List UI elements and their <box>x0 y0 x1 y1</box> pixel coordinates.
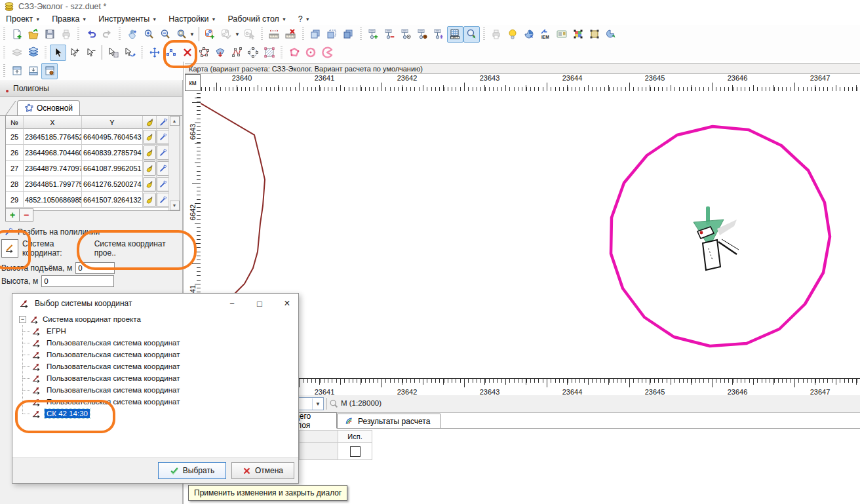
tree-item[interactable]: Пользовательская система координат <box>22 337 298 349</box>
cell-x-value[interactable]: 4852.1050686985 <box>24 192 82 208</box>
maximize-button[interactable]: □ <box>248 295 271 312</box>
export-results-button[interactable] <box>603 26 619 43</box>
toolbar-grip[interactable] <box>3 46 5 59</box>
tab-osnovnoy[interactable]: Основной <box>17 100 80 115</box>
chevron-down-icon[interactable]: ▼ <box>189 31 195 37</box>
tree-item-project-cs[interactable]: Система координат проекта <box>12 313 298 325</box>
panel-settings-button[interactable] <box>41 63 58 79</box>
toolbar-grip[interactable] <box>45 46 47 59</box>
col-header-x[interactable]: X <box>24 116 82 129</box>
paste-object-button[interactable] <box>324 26 340 43</box>
toolbar-grip[interactable] <box>3 28 5 41</box>
cell-y-value[interactable]: 6641276.5200274 <box>82 176 143 192</box>
cell-x-value[interactable]: 23644879.747097 <box>24 161 82 176</box>
coordinate-system-value[interactable]: Система координат прое.. <box>94 239 182 258</box>
pan-tool-button[interactable] <box>124 26 140 43</box>
passport-button[interactable] <box>554 26 570 43</box>
print-map-button[interactable] <box>488 26 505 43</box>
menu-item[interactable]: Рабочий стол▼ <box>222 14 292 24</box>
remove-row-button[interactable]: − <box>19 208 33 222</box>
zoom-to-object-toggle[interactable] <box>463 26 480 43</box>
edit-coordinate-system-button[interactable] <box>1 239 18 258</box>
hints-button[interactable] <box>505 26 521 43</box>
zoom-in-button[interactable] <box>140 26 157 43</box>
menu-item[interactable]: Настройки▼ <box>163 14 222 24</box>
col-header-marker-icon[interactable] <box>143 116 157 129</box>
draw-ellipse-button[interactable] <box>244 45 261 61</box>
tree-item[interactable]: ЕГРН <box>22 325 298 337</box>
new-project-button[interactable] <box>9 26 25 43</box>
cell-y-value[interactable]: 6641087.9962051 <box>82 161 143 176</box>
zoom-out-button[interactable] <box>157 26 173 43</box>
cell-row-number[interactable]: 26 <box>6 145 24 161</box>
zoom-extent-button[interactable] <box>173 26 189 43</box>
select-tool-button[interactable] <box>50 45 66 61</box>
print-button[interactable] <box>58 26 74 43</box>
map-legend-button[interactable] <box>570 26 587 43</box>
cell-x-value[interactable]: 23645185.776452 <box>24 129 82 145</box>
cell-row-number[interactable]: 28 <box>6 176 24 192</box>
close-button[interactable]: × <box>276 295 298 312</box>
cell-x-value[interactable]: 23644851.799775 <box>24 176 82 192</box>
measure-distance-button[interactable] <box>266 26 283 43</box>
cell-x-value[interactable]: 23644968.704460 <box>24 145 82 161</box>
toolbar-grip[interactable] <box>119 28 121 41</box>
dialog-title-bar[interactable]: Выбор системы координат − □ × <box>12 294 298 313</box>
source-remove-button[interactable] <box>381 26 398 43</box>
chevron-down-icon[interactable]: ▼ <box>235 31 240 37</box>
row-marker-button[interactable] <box>143 176 157 192</box>
cell-row-number[interactable]: 29 <box>6 192 24 208</box>
draw-polyline-button[interactable] <box>228 45 244 61</box>
menu-item[interactable]: Инструменты▼ <box>92 14 163 24</box>
pick-calc-point-button[interactable] <box>241 26 258 43</box>
toolbar-grip[interactable] <box>281 46 283 59</box>
layers-flatten-button[interactable] <box>9 45 25 61</box>
szz-circle-button[interactable] <box>302 45 319 61</box>
minimize-button[interactable]: − <box>221 295 243 312</box>
source-add-button[interactable] <box>365 26 381 43</box>
table-scrollbar[interactable]: ▲ ▼ <box>168 116 180 210</box>
toolbar-grip[interactable] <box>360 28 362 41</box>
row-marker-button[interactable] <box>143 161 157 176</box>
dock-panel-bottom-button[interactable] <box>25 63 41 79</box>
cell-y-value[interactable]: 6640839.2785794 <box>82 145 143 161</box>
delete-object-button[interactable] <box>179 45 195 61</box>
select-remove-button[interactable] <box>83 45 99 61</box>
refresh-calc-button[interactable] <box>521 26 538 43</box>
source-show-button[interactable] <box>398 26 414 43</box>
select-lasso-button[interactable] <box>121 45 138 61</box>
dock-panel-top-button[interactable] <box>9 63 25 79</box>
map-canvas[interactable] <box>201 91 860 378</box>
collapse-icon[interactable] <box>19 316 26 323</box>
polygon-to-layer-button[interactable] <box>212 45 228 61</box>
cell-y-value[interactable]: 6641507.9264132 <box>82 192 143 208</box>
move-object-button[interactable] <box>146 45 163 61</box>
show-grid-ruler-toggle[interactable] <box>447 26 463 43</box>
select-by-layer-button[interactable] <box>105 45 121 61</box>
measure-clear-button[interactable] <box>283 26 299 43</box>
edit-nodes-button[interactable] <box>163 45 179 61</box>
menu-item[interactable]: Правка▼ <box>46 14 92 24</box>
toolbar-grip[interactable] <box>141 46 143 59</box>
menu-item[interactable]: Проект▼ <box>0 14 46 24</box>
toolbar-grip[interactable] <box>261 28 263 41</box>
split-to-polylines[interactable]: Разбить на полилинии <box>4 227 100 237</box>
use-checkbox[interactable] <box>350 446 361 457</box>
toolbar-grip[interactable] <box>77 28 79 41</box>
tree-item[interactable]: Пользовательская система координат <box>22 360 298 372</box>
add-calc-point-button[interactable] <box>202 26 218 43</box>
undo-button[interactable] <box>83 26 99 43</box>
row-marker-button[interactable] <box>143 192 157 208</box>
toolbar-grip[interactable] <box>3 64 5 77</box>
lift-height-input[interactable] <box>75 262 115 274</box>
toolbar-grip[interactable] <box>483 28 485 41</box>
tree-item[interactable]: Пользовательская система координат <box>22 384 298 396</box>
polygons-panel-header[interactable]: Полигоны <box>0 80 182 97</box>
cell-row-number[interactable]: 27 <box>6 161 24 176</box>
source-move-button[interactable] <box>431 26 447 43</box>
copy-object-button[interactable] <box>307 26 324 43</box>
szz-polygon-button[interactable] <box>286 45 302 61</box>
tree-item[interactable]: Пользовательская система координат <box>22 349 298 360</box>
select-button[interactable]: Выбрать <box>158 462 226 479</box>
col-header-no[interactable]: № <box>6 116 24 129</box>
